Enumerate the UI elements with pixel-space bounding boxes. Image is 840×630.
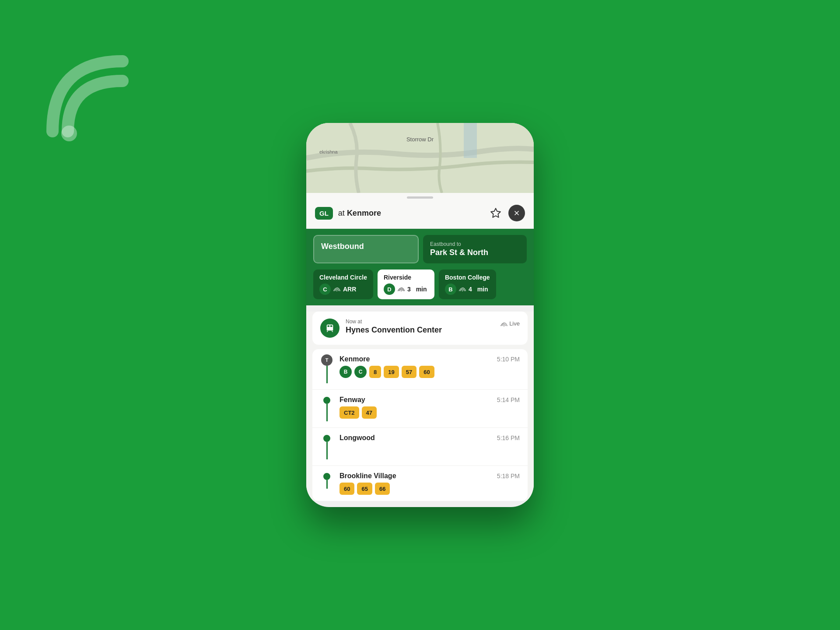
notch-bar — [306, 193, 534, 199]
riverside-time: 3 min — [407, 286, 427, 293]
svg-rect-11 — [330, 326, 332, 327]
longwood-dot — [323, 435, 330, 442]
stop-line-col-fenway — [320, 396, 333, 421]
stop-longwood[interactable]: Longwood 5:16 PM — [312, 428, 528, 466]
now-at-card: Now at Hynes Convention Center Live — [312, 312, 528, 345]
longwood-name: Longwood — [340, 434, 375, 442]
map-road-label: Storrow Dr — [406, 136, 434, 143]
stop-brookline-village[interactable]: Brookline Village 5:18 PM 60 65 66 — [312, 466, 528, 501]
riverside-info: D 3 min — [384, 284, 428, 295]
riverside-live-icon — [398, 286, 405, 293]
header: GL at Kenmore — [306, 199, 534, 229]
branch-tab-riverside[interactable]: Riverside D 3 min — [378, 270, 434, 299]
eastbound-sublabel: Eastbound to — [430, 241, 520, 247]
phone-frame: Storrow Dr ekrishna GL at Kenmore — [306, 123, 534, 507]
longwood-line — [326, 442, 328, 459]
map-area: Storrow Dr ekrishna — [306, 123, 534, 193]
svg-rect-1 — [306, 123, 534, 193]
cleveland-name: Cleveland Circle — [319, 274, 367, 281]
notch-pill — [407, 196, 433, 199]
badge-8: 8 — [369, 366, 381, 378]
brookline-line — [326, 480, 328, 489]
branch-tab-boston-college[interactable]: Boston College B 4 min — [439, 270, 496, 299]
wifi-decoration — [44, 52, 140, 150]
badge-60: 60 — [419, 366, 434, 378]
riverside-name: Riverside — [384, 274, 428, 281]
live-badge: Live — [500, 320, 520, 327]
stop-fenway[interactable]: Fenway 5:14 PM CT2 47 — [312, 390, 528, 428]
badge-57: 57 — [402, 366, 416, 378]
now-at-station: Hynes Convention Center — [346, 326, 494, 335]
svg-point-7 — [401, 290, 402, 291]
kenmore-header: Kenmore 5:10 PM — [340, 355, 520, 363]
boston-college-time: 4 min — [469, 286, 488, 293]
header-icons — [487, 205, 525, 221]
cleveland-info: C ARR — [319, 284, 367, 295]
now-at-text: Now at Hynes Convention Center — [346, 318, 494, 335]
kenmore-badges: B C 8 19 57 60 — [340, 366, 520, 378]
badge-19: 19 — [384, 366, 399, 378]
live-label: Live — [509, 320, 520, 327]
svg-point-8 — [462, 290, 463, 291]
svg-point-13 — [504, 325, 505, 326]
header-title: at Kenmore — [338, 209, 482, 218]
kenmore-line — [326, 366, 328, 383]
fenway-name: Fenway — [340, 396, 365, 404]
direction-tabs: Westbound Eastbound to Park St & North — [306, 229, 534, 270]
badge-66: 66 — [375, 483, 390, 495]
cleveland-live-icon — [333, 286, 340, 293]
badge-c: C — [354, 366, 367, 378]
line-badge: GL — [315, 207, 333, 220]
kenmore-info: Kenmore 5:10 PM B C 8 19 57 60 — [340, 355, 520, 378]
kenmore-dot: T — [321, 354, 332, 366]
longwood-header: Longwood 5:16 PM — [340, 434, 520, 442]
fenway-badges: CT2 47 — [340, 406, 520, 419]
eastbound-tab[interactable]: Eastbound to Park St & North — [423, 235, 527, 263]
stop-line-col-kenmore: T — [320, 355, 333, 383]
brookline-time: 5:18 PM — [497, 472, 520, 480]
svg-rect-10 — [328, 326, 330, 327]
westbound-tab[interactable]: Westbound — [313, 235, 419, 263]
badge-ct2: CT2 — [340, 406, 359, 419]
fenway-time: 5:14 PM — [497, 396, 520, 403]
branch-tabs: Cleveland Circle C ARR Riverside D — [306, 270, 534, 305]
brookline-info: Brookline Village 5:18 PM 60 65 66 — [340, 472, 520, 495]
fenway-info: Fenway 5:14 PM CT2 47 — [340, 396, 520, 419]
svg-rect-2 — [464, 123, 477, 158]
brookline-name: Brookline Village — [340, 472, 396, 480]
svg-point-0 — [61, 126, 77, 141]
eastbound-label: Park St & North — [430, 248, 520, 257]
station-name: Kenmore — [347, 209, 381, 217]
fenway-dot — [323, 397, 330, 404]
brookline-dot — [323, 473, 330, 480]
close-button[interactable] — [508, 205, 525, 221]
boston-college-info: B 4 min — [445, 284, 490, 295]
location-prefix: at — [338, 209, 345, 217]
svg-point-6 — [336, 290, 338, 291]
boston-college-name: Boston College — [445, 274, 490, 281]
branch-tab-cleveland[interactable]: Cleveland Circle C ARR — [313, 270, 373, 299]
boston-college-letter: B — [445, 284, 456, 295]
badge-b: B — [340, 366, 352, 378]
boston-college-live-icon — [459, 286, 466, 293]
longwood-info: Longwood 5:16 PM — [340, 434, 520, 444]
brookline-badges: 60 65 66 — [340, 483, 520, 495]
stop-list: T Kenmore 5:10 PM B C 8 19 57 60 — [312, 349, 528, 501]
favorite-button[interactable] — [487, 205, 504, 221]
train-icon — [320, 318, 340, 338]
badge-65: 65 — [357, 483, 372, 495]
main-content: Now at Hynes Convention Center Live T — [306, 312, 534, 501]
brookline-header: Brookline Village 5:18 PM — [340, 472, 520, 480]
badge-60b: 60 — [340, 483, 354, 495]
badge-47: 47 — [362, 406, 377, 419]
kenmore-time: 5:10 PM — [497, 356, 520, 363]
map-neighborhood-label: ekrishna — [319, 149, 338, 154]
riverside-letter: D — [384, 284, 395, 295]
fenway-line — [326, 404, 328, 421]
stop-kenmore[interactable]: T Kenmore 5:10 PM B C 8 19 57 60 — [312, 349, 528, 390]
stop-line-col-brookline — [320, 472, 333, 489]
stop-line-col-longwood — [320, 434, 333, 459]
svg-marker-3 — [491, 208, 500, 217]
fenway-header: Fenway 5:14 PM — [340, 396, 520, 404]
longwood-time: 5:16 PM — [497, 434, 520, 441]
